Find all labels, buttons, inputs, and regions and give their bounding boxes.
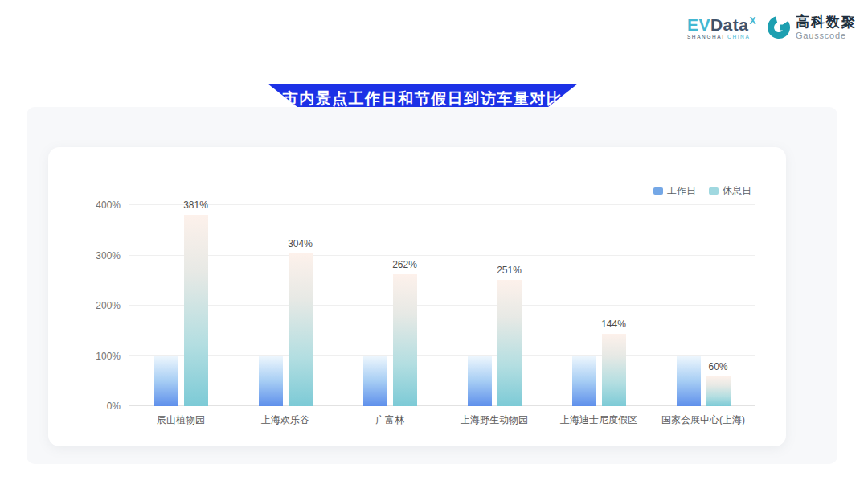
- chart-panel: 工作日休息日 0%100%200%300%400%381%辰山植物园304%上海…: [27, 107, 837, 464]
- y-axis-tick: 300%: [79, 250, 121, 261]
- chart-legend: 工作日休息日: [653, 184, 751, 198]
- legend-swatch: [653, 187, 663, 195]
- evdata-x-icon: X: [749, 15, 756, 27]
- page: EVDataX SHANGHAI CHINA 高科数聚 Gausscode 市内…: [0, 0, 868, 489]
- bar-restday: [184, 215, 208, 406]
- bar-workday: [259, 356, 283, 407]
- x-axis-category-label: 上海迪士尼度假区: [560, 413, 637, 427]
- page-title: 市内景点工作日和节假日到访车量对比: [283, 88, 563, 109]
- bar-value-label: 251%: [497, 265, 522, 276]
- bar-value-label: 304%: [288, 238, 313, 249]
- x-axis-line: [129, 405, 755, 406]
- y-axis-tick: 100%: [79, 351, 121, 362]
- x-axis-category-label: 辰山植物园: [157, 413, 205, 427]
- bar-value-label: 60%: [708, 361, 727, 372]
- evdata-data-text: Data: [710, 15, 749, 34]
- evdata-subtitle: SHANGHAI CHINA: [687, 35, 750, 40]
- evdata-sub-left: SHANGHAI: [687, 34, 725, 39]
- x-axis-category-label: 上海野生动物园: [461, 413, 528, 427]
- plot-area: 0%100%200%300%400%381%辰山植物园304%上海欢乐谷262%…: [129, 205, 755, 406]
- bar-workday: [154, 356, 178, 407]
- y-axis-tick: 200%: [79, 300, 121, 311]
- chart-card: 工作日休息日 0%100%200%300%400%381%辰山植物园304%上海…: [48, 147, 786, 446]
- bar-workday: [363, 356, 387, 407]
- gausscode-en: Gausscode: [796, 31, 857, 40]
- gridline: [129, 204, 755, 205]
- gridline: [129, 355, 755, 356]
- y-axis-tick: 400%: [79, 199, 121, 211]
- bar-restday: [602, 334, 626, 406]
- bar-workday: [468, 356, 492, 407]
- gausscode-logo: 高科数聚 Gausscode: [767, 15, 857, 40]
- header-logos: EVDataX SHANGHAI CHINA 高科数聚 Gausscode: [687, 15, 857, 40]
- x-axis-category-label: 国家会展中心(上海): [661, 413, 745, 427]
- legend-item[interactable]: 工作日: [653, 184, 696, 198]
- legend-swatch: [709, 187, 719, 195]
- bar-value-label: 144%: [601, 318, 626, 330]
- bar-value-label: 381%: [183, 199, 208, 211]
- bar-value-label: 262%: [392, 259, 417, 270]
- evdata-ev-text: EV: [687, 15, 710, 34]
- x-axis-category-label: 上海欢乐谷: [261, 413, 309, 427]
- evdata-wordmark: EVDataX: [687, 16, 755, 33]
- legend-item[interactable]: 休息日: [709, 184, 751, 198]
- bar-restday: [289, 253, 313, 406]
- legend-label: 休息日: [723, 184, 751, 198]
- y-axis-tick: 0%: [79, 401, 121, 412]
- legend-label: 工作日: [667, 184, 696, 198]
- bar-restday: [706, 376, 731, 407]
- gausscode-text: 高科数聚 Gausscode: [796, 15, 857, 40]
- evdata-sub-right: CHINA: [727, 34, 750, 39]
- evdata-logo: EVDataX SHANGHAI CHINA: [687, 16, 755, 40]
- bar-restday: [497, 280, 522, 406]
- gausscode-mark-icon: [767, 15, 791, 39]
- bar-workday: [572, 356, 596, 407]
- bar-workday: [677, 356, 701, 407]
- gridline: [129, 255, 755, 256]
- gridline: [129, 305, 755, 306]
- gausscode-cn: 高科数聚: [796, 15, 857, 31]
- bar-restday: [393, 274, 417, 406]
- x-axis-category-label: 广富林: [375, 413, 404, 427]
